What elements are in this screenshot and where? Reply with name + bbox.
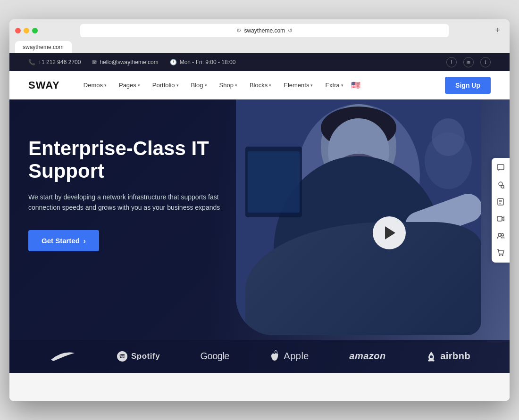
brand-airbnb: airbnb [426, 351, 470, 362]
brand-nike [49, 349, 77, 363]
hero-section: Enterprise-Class IT Support We start by … [9, 99, 510, 373]
nav-blog[interactable]: Blog ▾ [186, 79, 212, 91]
google-label: Google [200, 351, 229, 362]
nav-shop[interactable]: Shop ▾ [215, 79, 242, 91]
svg-point-26 [499, 255, 501, 256]
nav-elements-label: Elements [284, 82, 309, 89]
spotify-label: Spotify [131, 352, 160, 361]
nav-extra[interactable]: Extra ▾ [320, 79, 348, 91]
brand-amazon: amazon [349, 351, 385, 362]
chevron-down-icon: ▾ [205, 83, 207, 88]
chevron-down-icon: ▾ [235, 83, 237, 88]
chevron-down-icon: ▾ [176, 83, 179, 88]
email-info: ✉ hello@swaytheme.com [92, 59, 158, 66]
site-logo[interactable]: SWAY [28, 79, 60, 91]
nike-swoosh-icon [49, 349, 77, 363]
nav-blocks[interactable]: Blocks ▾ [245, 79, 276, 91]
nav-shop-label: Shop [219, 82, 234, 89]
maximize-button[interactable] [32, 28, 38, 33]
reload-icon: ↺ [288, 27, 293, 34]
svg-point-27 [502, 255, 503, 256]
website-content: 📞 +1 212 946 2700 ✉ hello@swaytheme.com … [9, 53, 510, 401]
svg-point-25 [502, 233, 504, 236]
brand-spotify: Spotify [117, 351, 160, 362]
signup-area: Sign Up [445, 77, 491, 94]
svg-point-12 [117, 351, 127, 362]
nav-pages[interactable]: Pages ▾ [114, 79, 145, 91]
main-nav: SWAY Demos ▾ Pages ▾ Portfolio ▾ Blog ▾ [9, 71, 510, 99]
close-button[interactable] [15, 28, 21, 33]
svg-rect-23 [497, 216, 502, 221]
amazon-label: amazon [349, 351, 385, 362]
svg-point-24 [498, 233, 501, 236]
right-sidebar [492, 158, 510, 263]
address-bar[interactable]: ↻ swaytheme.com ↺ [80, 24, 449, 37]
nav-demos[interactable]: Demos ▾ [79, 79, 111, 91]
language-flag[interactable]: 🇺🇸 [351, 81, 360, 90]
nav-blocks-label: Blocks [250, 82, 268, 89]
chevron-down-icon: ▾ [310, 83, 313, 88]
group-icon[interactable] [495, 231, 506, 241]
airbnb-icon [426, 351, 436, 362]
nav-pages-label: Pages [119, 82, 136, 89]
video-icon[interactable] [495, 214, 506, 224]
hours-text: Mon - Fri: 9:00 - 18:00 [180, 59, 236, 66]
phone-icon: 📞 [28, 59, 35, 66]
spotify-icon [117, 351, 127, 362]
apple-logo-icon [269, 350, 280, 362]
top-bar-social: f in t [446, 57, 491, 67]
document-icon[interactable] [495, 197, 506, 207]
hero-content: Enterprise-Class IT Support We start by … [9, 99, 510, 340]
traffic-lights [15, 28, 38, 33]
brand-apple: Apple [269, 350, 309, 362]
nav-demos-label: Demos [84, 82, 103, 89]
cta-arrow-icon: › [84, 237, 86, 245]
facebook-icon[interactable]: f [446, 57, 457, 67]
linkedin-icon[interactable]: in [463, 57, 474, 67]
play-button[interactable] [373, 216, 406, 249]
cart-icon[interactable] [495, 247, 506, 258]
nav-portfolio-label: Portfolio [152, 82, 175, 89]
get-started-button[interactable]: Get Started › [28, 230, 99, 251]
browser-tabs: swaytheme.com [15, 41, 504, 53]
refresh-icon: ↻ [236, 27, 241, 34]
nav-blog-label: Blog [191, 82, 203, 89]
cta-label: Get Started [42, 237, 80, 245]
add-tab-button[interactable]: + [491, 25, 504, 35]
brand-google: Google [200, 351, 229, 362]
airbnb-label: airbnb [440, 351, 470, 362]
browser-chrome: ↻ swaytheme.com ↺ + swaytheme.com [9, 19, 510, 53]
chat-icon[interactable] [495, 163, 506, 173]
chevron-down-icon: ▾ [138, 83, 140, 88]
clock-icon: 🕐 [170, 59, 177, 66]
chevron-down-icon: ▾ [269, 83, 271, 88]
phone-number: +1 212 946 2700 [38, 59, 81, 66]
brands-bar: Spotify Google Apple amazon [9, 340, 510, 373]
email-address: hello@swaytheme.com [100, 59, 158, 66]
url-text: swaytheme.com [244, 27, 285, 34]
hero-subtitle: We start by developing a network infrast… [28, 192, 241, 213]
top-bar-left: 📞 +1 212 946 2700 ✉ hello@swaytheme.com … [28, 59, 235, 66]
bottom-section [9, 373, 510, 401]
phone-info: 📞 +1 212 946 2700 [28, 59, 81, 66]
twitter-icon[interactable]: t [480, 57, 491, 67]
nav-links: Demos ▾ Pages ▾ Portfolio ▾ Blog ▾ Shop [79, 79, 445, 91]
chevron-down-icon: ▾ [104, 83, 107, 88]
minimize-button[interactable] [24, 28, 29, 33]
play-triangle-icon [385, 226, 395, 239]
browser-window: ↻ swaytheme.com ↺ + swaytheme.com 📞 +1 2… [9, 19, 510, 401]
hours-info: 🕐 Mon - Fri: 9:00 - 18:00 [170, 59, 236, 66]
nav-elements[interactable]: Elements ▾ [279, 79, 318, 91]
user-search-icon[interactable] [495, 180, 506, 190]
hero-title: Enterprise-Class IT Support [28, 137, 264, 183]
nav-portfolio[interactable]: Portfolio ▾ [148, 79, 184, 91]
top-bar: 📞 +1 212 946 2700 ✉ hello@swaytheme.com … [9, 53, 510, 71]
active-tab[interactable]: swaytheme.com [15, 41, 72, 53]
svg-point-15 [430, 355, 433, 358]
chevron-down-icon: ▾ [341, 83, 343, 88]
nav-extra-label: Extra [325, 82, 339, 89]
email-icon: ✉ [92, 59, 97, 66]
apple-label: Apple [284, 351, 309, 362]
signup-button[interactable]: Sign Up [445, 77, 491, 94]
